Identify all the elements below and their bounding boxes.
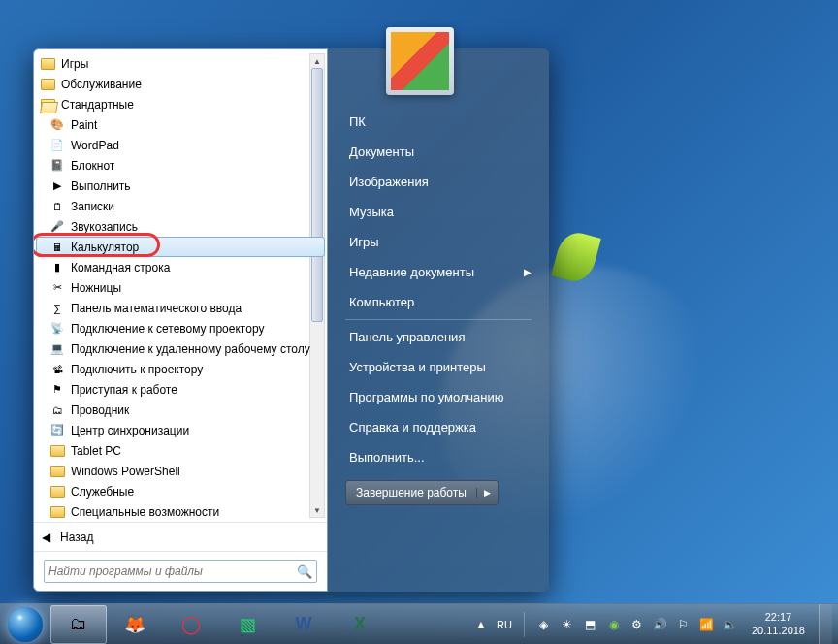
tray-icon-2[interactable]: ☀ — [560, 617, 575, 632]
places-label: Справка и поддержка — [349, 420, 476, 435]
program-list: ▲ ▼ ИгрыОбслуживаниеСтандартные🎨Paint📄Wo… — [34, 49, 327, 522]
program-item-calc[interactable]: 🖩Калькулятор — [36, 237, 325, 257]
search-input[interactable] — [48, 564, 297, 578]
back-button[interactable]: ◀ Назад — [34, 522, 327, 551]
network-icon[interactable]: 📶 — [699, 617, 715, 632]
program-item-folder[interactable]: Игры — [36, 53, 325, 74]
places-item-1[interactable]: Документы — [336, 137, 541, 167]
places-item-5[interactable]: Недавние документы▶ — [336, 257, 541, 287]
places-item-11[interactable]: Выполнить... — [336, 442, 541, 472]
places-label: Недавние документы — [349, 265, 474, 279]
places-label: Документы — [349, 145, 414, 159]
program-item-sound[interactable]: 🎤Звукозапись — [36, 216, 325, 237]
places-item-7[interactable]: Панель управления — [336, 322, 541, 352]
program-item-folder[interactable]: Обслуживание — [36, 74, 325, 94]
show-desktop-button[interactable] — [819, 604, 832, 645]
places-item-3[interactable]: Музыка — [336, 197, 541, 227]
folder-icon — [40, 77, 55, 92]
tray-icon-1[interactable]: ◈ — [536, 617, 552, 632]
program-item-cmd[interactable]: ▮Командная строка — [36, 257, 325, 277]
action-center-icon[interactable]: ⚐ — [676, 617, 692, 632]
taskbar-word[interactable]: W — [275, 605, 332, 644]
program-item-proj[interactable]: 📽Подключить к проектору — [36, 359, 325, 379]
taskbar-taskmanager[interactable]: ▧ — [219, 605, 275, 644]
program-label: WordPad — [71, 139, 119, 152]
clock-date: 20.11.2018 — [752, 625, 805, 637]
language-indicator[interactable]: RU — [497, 619, 512, 630]
folder-open-icon — [40, 97, 55, 113]
program-item-math[interactable]: ∑Панель математического ввода — [36, 298, 325, 318]
tray-icon-3[interactable]: ⬒ — [583, 617, 598, 632]
shutdown-dropdown-arrow[interactable]: ▶ — [476, 488, 498, 498]
places-label: Музыка — [349, 205, 394, 219]
places-item-6[interactable]: Компьютер — [336, 287, 541, 317]
program-item-folder[interactable]: Специальные возможности — [36, 501, 325, 522]
tray-icon-6[interactable]: 🔊 — [653, 617, 668, 632]
back-arrow-icon: ◀ — [42, 531, 50, 544]
taskbar-explorer[interactable]: 🗂 — [50, 605, 107, 644]
program-item-folder[interactable]: Windows PowerShell — [36, 461, 325, 481]
taskbar-clock[interactable]: 22:17 20.11.2018 — [746, 611, 811, 636]
taskmanager-icon: ▧ — [233, 611, 262, 638]
taskbar-opera[interactable]: ◯ — [163, 605, 219, 644]
tray-divider — [524, 612, 525, 637]
places-item-10[interactable]: Справка и поддержка — [336, 412, 541, 442]
program-item-paint[interactable]: 🎨Paint — [36, 114, 325, 135]
snip-icon: ✂ — [49, 280, 65, 296]
taskbar: 🗂 🦊 ◯ ▧ W X ▲ RU ◈ ☀ ⬒ ◉ ⚙ 🔊 ⚐ 📶 🔈 22:17… — [0, 603, 838, 644]
places-item-0[interactable]: ПК — [336, 107, 541, 137]
program-item-start[interactable]: ⚑Приступая к работе — [36, 379, 325, 400]
paint-icon: 🎨 — [49, 117, 65, 133]
program-item-sticky[interactable]: 🗒Записки — [36, 196, 325, 216]
program-item-run[interactable]: ▶Выполнить — [36, 176, 325, 196]
program-item-netproj[interactable]: 📡Подключение к сетевому проектору — [36, 318, 325, 338]
search-box[interactable]: 🔍 — [44, 560, 317, 583]
taskbar-firefox[interactable]: 🦊 — [107, 605, 163, 644]
places-list: ПКДокументыИзображенияМузыкаИгрыНедавние… — [336, 107, 541, 472]
program-item-wordpad[interactable]: 📄WordPad — [36, 135, 325, 155]
tray-icon-4[interactable]: ◉ — [606, 617, 622, 632]
places-item-9[interactable]: Программы по умолчанию — [336, 382, 541, 412]
start-button[interactable] — [0, 604, 50, 645]
firefox-icon: 🦊 — [120, 611, 149, 638]
shutdown-button[interactable]: Завершение работы ▶ — [345, 480, 499, 505]
explorer-icon: 🗂 — [49, 402, 65, 418]
tray-icon-5[interactable]: ⚙ — [629, 617, 645, 632]
opera-icon: ◯ — [177, 611, 206, 638]
places-item-4[interactable]: Игры — [336, 227, 541, 257]
math-icon: ∑ — [49, 301, 65, 316]
program-label: Стандартные — [61, 98, 134, 112]
user-avatar-frame[interactable] — [386, 27, 454, 95]
taskbar-excel[interactable]: X — [332, 605, 388, 644]
program-item-explorer[interactable]: 🗂Проводник — [36, 400, 325, 420]
program-label: Калькулятор — [71, 241, 139, 254]
program-label: Записки — [71, 200, 114, 213]
explorer-icon: 🗂 — [64, 611, 93, 638]
program-label: Центр синхронизации — [71, 424, 189, 437]
tray-expand-icon[interactable]: ▲ — [473, 617, 489, 632]
cmd-icon: ▮ — [49, 260, 65, 275]
program-item-sync[interactable]: 🔄Центр синхронизации — [36, 420, 325, 440]
program-label: Tablet PC — [71, 444, 121, 458]
places-label: Устройства и принтеры — [349, 360, 486, 374]
sticky-icon: 🗒 — [49, 199, 65, 214]
program-item-folder[interactable]: Служебные — [36, 481, 325, 501]
places-item-2[interactable]: Изображения — [336, 167, 541, 197]
program-label: Обслуживание — [61, 78, 142, 91]
program-item-notepad[interactable]: 📓Блокнот — [36, 155, 325, 176]
volume-icon[interactable]: 🔈 — [723, 617, 738, 632]
shutdown-row: Завершение работы ▶ — [336, 480, 541, 505]
program-label: Игры — [61, 57, 88, 71]
places-label: Изображения — [349, 175, 429, 189]
program-item-snip[interactable]: ✂Ножницы — [36, 277, 325, 298]
program-item-folder-open[interactable]: Стандартные — [36, 94, 325, 114]
shutdown-label: Завершение работы — [346, 486, 476, 499]
start-menu: ▲ ▼ ИгрыОбслуживаниеСтандартные🎨Paint📄Wo… — [33, 48, 549, 592]
program-label: Панель математического ввода — [71, 302, 242, 315]
places-label: Игры — [349, 235, 379, 249]
submenu-arrow-icon: ▶ — [524, 267, 532, 277]
places-item-8[interactable]: Устройства и принтеры — [336, 352, 541, 382]
program-item-folder[interactable]: Tablet PC — [36, 440, 325, 461]
program-item-rdp[interactable]: 💻Подключение к удаленному рабочему столу — [36, 338, 325, 359]
program-label: Специальные возможности — [71, 505, 219, 519]
